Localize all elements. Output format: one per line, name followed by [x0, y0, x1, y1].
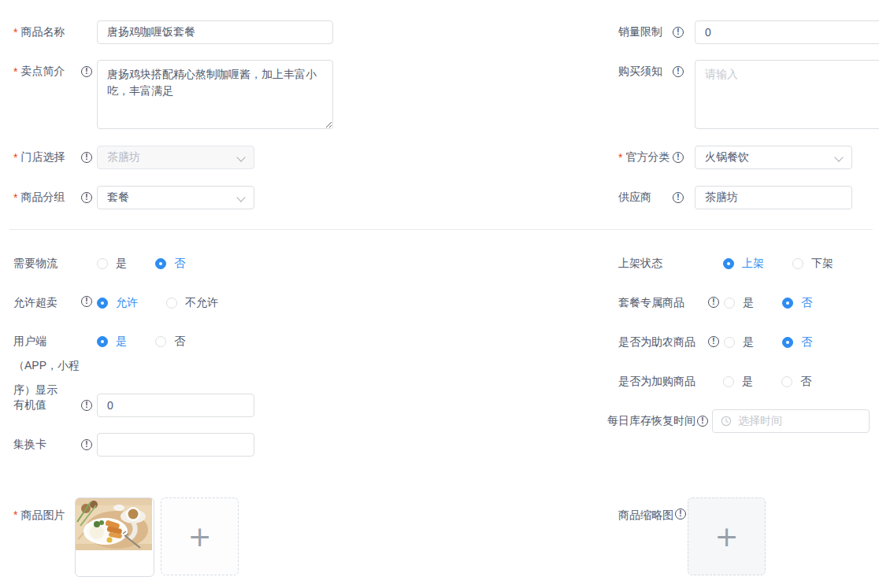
organic-value-row: 有机值 !: [0, 394, 254, 417]
stock-recovery-row: 每日库存恢复时间 ! 选择时间: [607, 409, 870, 433]
required-mark: *: [13, 508, 17, 521]
plus-icon: +: [187, 523, 211, 551]
radio-no[interactable]: 否: [155, 257, 185, 269]
shelf-status-row: 上架状态 上架 下架: [612, 257, 833, 269]
selling-point-label: * 卖点简介 !: [0, 60, 97, 83]
product-group-label: * 商品分组 !: [0, 186, 97, 209]
time-placeholder: 选择时间: [738, 414, 782, 428]
radio-yes[interactable]: 是: [97, 335, 127, 347]
need-logistics-label: 需要物流: [0, 257, 97, 269]
required-mark: *: [618, 151, 622, 164]
organic-value-label: 有机值 !: [0, 394, 97, 417]
radio-icon: [724, 337, 735, 348]
required-mark: *: [13, 191, 17, 204]
thumbnail-row: 商品缩略图 ! +: [612, 497, 766, 575]
supplier-row: 供应商 !: [612, 186, 852, 209]
selling-point-textarea[interactable]: 唐扬鸡块搭配精心熬制咖喱酱，加上丰富小吃，丰富满足: [97, 60, 333, 129]
client-display-row: 用户端（APP，小程序）显示 是 否: [0, 329, 185, 402]
radio-checked-icon: [723, 258, 734, 269]
radio-checked-icon: [782, 298, 793, 309]
sales-limit-label: 销量限制 !: [612, 20, 695, 44]
exchange-card-input[interactable]: [97, 433, 254, 457]
official-category-label: * 官方分类 !: [612, 146, 695, 169]
radio-icon: [781, 376, 792, 387]
clock-icon: [721, 416, 732, 427]
info-icon[interactable]: !: [81, 192, 92, 203]
info-icon[interactable]: !: [673, 66, 684, 77]
required-mark: *: [13, 151, 17, 164]
purchase-notice-row: 购买须知 !: [612, 60, 879, 129]
exclusive-combo-label: 套餐专属商品: [612, 296, 695, 309]
supplier-input[interactable]: [695, 186, 852, 209]
product-group-select[interactable]: 套餐: [97, 186, 254, 209]
info-icon[interactable]: !: [673, 192, 684, 203]
info-icon[interactable]: !: [81, 400, 92, 411]
addon-purchase-row: 是否为加购商品 是 否: [612, 375, 811, 387]
radio-allow[interactable]: 允许: [97, 296, 138, 309]
required-mark: *: [13, 26, 17, 39]
radio-icon: [155, 336, 166, 347]
radio-on-shelf[interactable]: 上架: [723, 257, 764, 269]
info-icon[interactable]: !: [81, 152, 92, 163]
product-group-row: * 商品分组 ! 套餐: [0, 186, 254, 209]
product-image-thumbnail[interactable]: [75, 497, 154, 577]
chevron-down-icon: [236, 193, 245, 202]
thumbnail-upload-button[interactable]: +: [688, 497, 766, 575]
product-name-input[interactable]: [97, 20, 333, 44]
product-images-row: * 商品图片: [0, 497, 239, 577]
radio-checked-icon: [97, 336, 108, 347]
radio-off-shelf[interactable]: 下架: [792, 257, 833, 269]
allow-oversell-label: 允许超卖 !: [0, 296, 97, 309]
radio-yes[interactable]: 是: [724, 335, 754, 348]
info-icon[interactable]: !: [673, 152, 684, 163]
radio-no[interactable]: 否: [782, 335, 812, 348]
product-name-row: * 商品名称: [0, 20, 333, 44]
info-icon[interactable]: !: [708, 336, 719, 347]
info-icon[interactable]: !: [81, 296, 92, 307]
radio-checked-icon: [155, 258, 166, 269]
farm-support-row: 是否为助农商品 ! 是 否: [612, 335, 812, 348]
client-display-radio-group: 是 否: [97, 335, 185, 347]
store-select-label: * 门店选择 !: [0, 146, 97, 169]
selling-point-row: * 卖点简介 ! 唐扬鸡块搭配精心熬制咖喱酱，加上丰富小吃，丰富满足: [0, 60, 333, 129]
supplier-label: 供应商 !: [612, 186, 695, 209]
allow-oversell-row: 允许超卖 ! 允许 不允许: [0, 296, 218, 309]
radio-no[interactable]: 否: [782, 296, 812, 309]
official-category-select[interactable]: 火锅餐饮: [695, 146, 852, 169]
sales-limit-input[interactable]: [695, 20, 879, 44]
need-logistics-radio-group: 是 否: [97, 257, 185, 269]
radio-checked-icon: [782, 337, 793, 348]
info-icon[interactable]: !: [81, 66, 92, 77]
info-icon[interactable]: !: [81, 439, 92, 450]
radio-yes[interactable]: 是: [724, 296, 754, 309]
store-select-row: * 门店选择 ! 茶膳坊: [0, 146, 254, 169]
info-icon[interactable]: !: [697, 416, 708, 427]
farm-support-radio-group: 是 否: [724, 335, 812, 348]
radio-icon: [166, 298, 177, 309]
stock-recovery-time-input[interactable]: 选择时间: [712, 409, 870, 433]
radio-no[interactable]: 否: [781, 375, 811, 387]
product-edit-form: * 商品名称 * 卖点简介 ! 唐扬鸡块搭配精心熬制咖喱酱，加上丰富小吃，丰富满…: [0, 0, 879, 588]
radio-no[interactable]: 否: [155, 335, 185, 347]
radio-disallow[interactable]: 不允许: [166, 296, 218, 309]
sales-limit-row: 销量限制 !: [612, 20, 879, 44]
info-icon[interactable]: !: [673, 27, 684, 38]
organic-value-input[interactable]: [97, 394, 254, 417]
client-display-label: 用户端（APP，小程序）显示: [0, 329, 97, 402]
product-image-upload-button[interactable]: +: [161, 497, 239, 575]
purchase-notice-textarea[interactable]: [695, 60, 879, 129]
chevron-down-icon: [236, 153, 245, 161]
product-name-label: * 商品名称: [0, 20, 97, 44]
radio-yes[interactable]: 是: [97, 257, 127, 269]
exclusive-combo-row: 套餐专属商品 ! 是 否: [612, 296, 812, 309]
thumbnail-label: 商品缩略图 !: [612, 497, 686, 523]
addon-purchase-radio-group: 是 否: [695, 375, 811, 387]
radio-icon: [724, 298, 735, 309]
exclusive-combo-radio-group: 是 否: [724, 296, 812, 309]
info-icon[interactable]: !: [675, 508, 686, 520]
store-select[interactable]: 茶膳坊: [97, 146, 254, 169]
exchange-card-row: 集换卡 !: [0, 433, 254, 457]
radio-yes[interactable]: 是: [723, 375, 753, 387]
info-icon[interactable]: !: [708, 297, 719, 308]
product-images-label: * 商品图片: [0, 497, 75, 523]
